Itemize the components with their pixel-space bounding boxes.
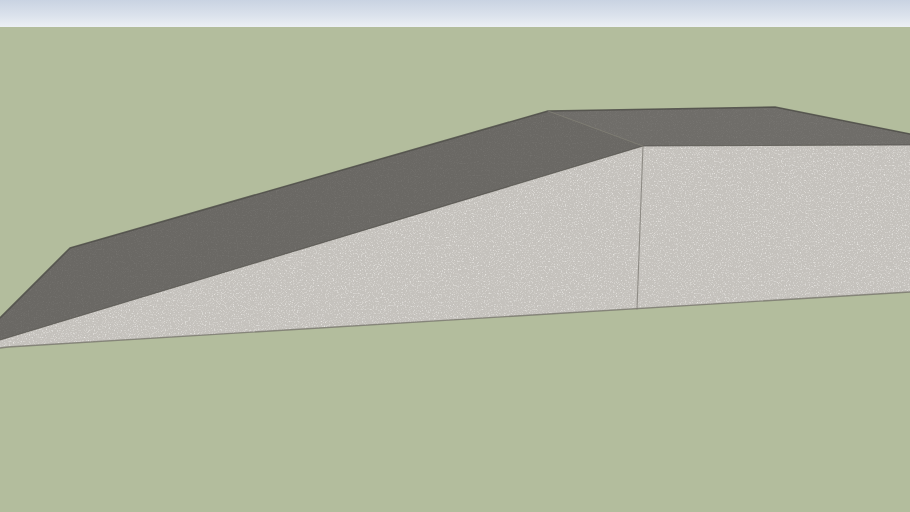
sky-background: [0, 0, 910, 28]
3d-viewport[interactable]: [0, 0, 910, 512]
model-canvas: [0, 0, 910, 512]
